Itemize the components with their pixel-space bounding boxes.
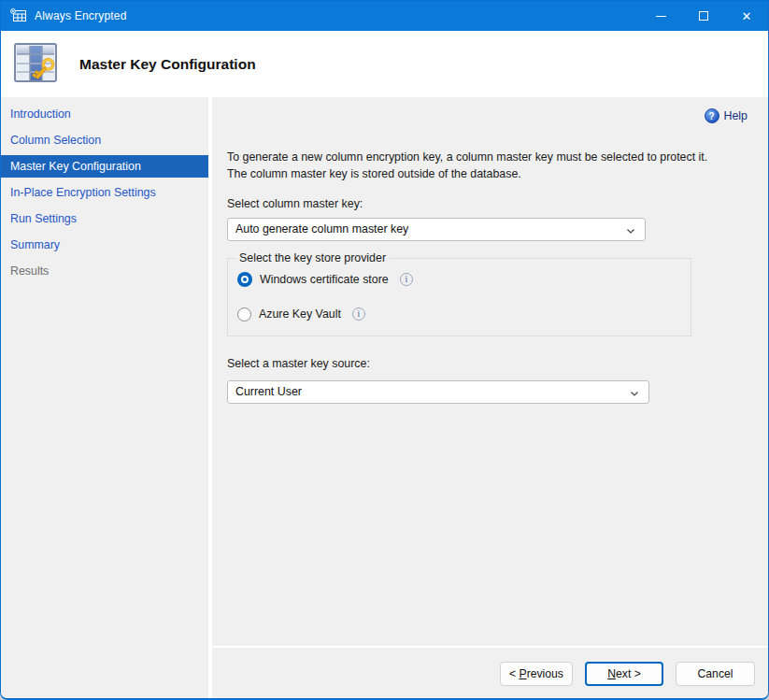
titlebar: Always Encrypted ✕ xyxy=(1,1,768,31)
help-link[interactable]: ? Help xyxy=(227,108,748,123)
next-button[interactable]: Next > xyxy=(585,662,663,686)
master-key-source-dropdown[interactable]: Current User xyxy=(227,380,649,404)
sidebar-item-introduction[interactable]: Introduction xyxy=(1,101,208,127)
page-title: Master Key Configuration xyxy=(79,56,256,73)
sidebar-item-column-selection[interactable]: Column Selection xyxy=(1,127,208,153)
sidebar-item-results: Results xyxy=(1,258,208,284)
main-panel: ? Help To generate a new column encrypti… xyxy=(212,97,768,699)
app-table-key-icon xyxy=(10,8,27,23)
column-master-key-value: Auto generate column master key xyxy=(235,222,408,236)
radio-unselected-icon xyxy=(237,307,251,321)
sidebar-item-summary[interactable]: Summary xyxy=(1,232,208,258)
table-key-icon xyxy=(12,39,59,90)
wizard-body: Introduction Column Selection Master Key… xyxy=(1,97,768,699)
cancel-button[interactable]: Cancel xyxy=(676,662,755,686)
radio-selected-icon xyxy=(237,272,252,287)
sidebar-item-run-settings[interactable]: Run Settings xyxy=(1,206,208,232)
column-master-key-label: Select column master key: xyxy=(227,197,748,210)
window-title: Always Encrypted xyxy=(35,9,639,22)
wizard-header: Master Key Configuration xyxy=(1,31,768,97)
sidebar-item-master-key-configuration[interactable]: Master Key Configuration xyxy=(1,155,208,178)
info-icon[interactable]: i xyxy=(400,273,413,286)
key-store-provider-legend: Select the key store provider xyxy=(235,251,390,264)
close-button[interactable]: ✕ xyxy=(725,1,768,31)
radio-azure-key-vault[interactable]: Azure Key Vault i xyxy=(237,307,679,321)
minimize-button[interactable] xyxy=(639,1,682,31)
maximize-button[interactable] xyxy=(682,1,725,31)
chevron-down-icon xyxy=(629,388,640,402)
info-icon[interactable]: i xyxy=(352,307,365,321)
column-master-key-dropdown[interactable]: Auto generate column master key xyxy=(227,218,646,241)
master-key-source-value: Current User xyxy=(235,385,302,398)
sidebar-item-in-place-encryption-settings[interactable]: In-Place Encryption Settings xyxy=(1,179,208,206)
wizard-steps-sidebar: Introduction Column Selection Master Key… xyxy=(1,97,208,699)
master-key-source-label: Select a master key source: xyxy=(227,357,748,370)
help-icon: ? xyxy=(705,108,719,123)
previous-button[interactable]: < Previous xyxy=(500,662,573,686)
chevron-down-icon xyxy=(625,225,636,239)
always-encrypted-wizard-window: Always Encrypted ✕ xyxy=(0,0,769,700)
windows-certificate-store-label: Windows certificate store xyxy=(260,273,389,286)
key-store-provider-group: Select the key store provider Windows ce… xyxy=(227,258,691,336)
radio-windows-certificate-store[interactable]: Windows certificate store i xyxy=(237,272,679,287)
azure-key-vault-label: Azure Key Vault xyxy=(259,307,341,321)
wizard-footer: < Previous Next > Cancel xyxy=(212,646,768,699)
help-label: Help xyxy=(724,109,748,122)
description-text: To generate a new column encryption key,… xyxy=(227,150,720,183)
